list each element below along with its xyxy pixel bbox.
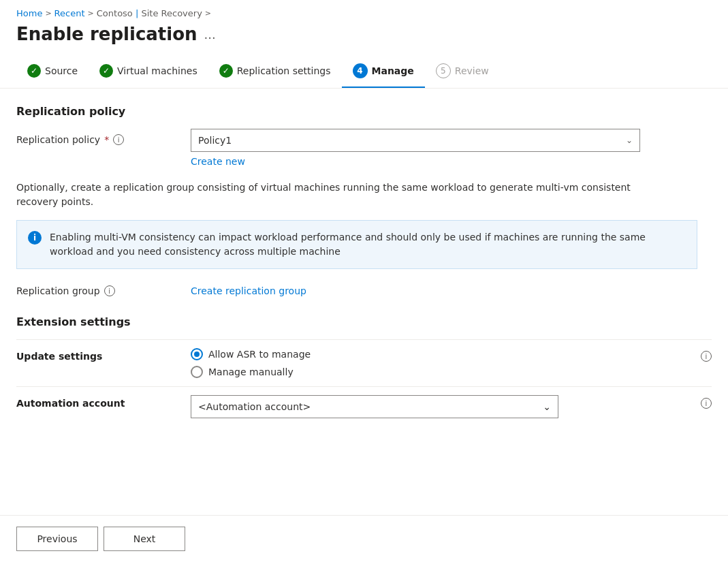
automation-account-chevron-icon: ⌄ bbox=[543, 401, 551, 412]
replication-group-label: Replication group i bbox=[16, 285, 180, 296]
step-manage[interactable]: 4 Manage bbox=[342, 55, 425, 88]
automation-account-row: Automation account <Automation account> … bbox=[16, 386, 712, 426]
replication-policy-dropdown[interactable]: Policy1 ⌄ bbox=[191, 129, 640, 152]
breadcrumb-sep2: > bbox=[88, 9, 94, 18]
breadcrumb-sep3: > bbox=[205, 9, 211, 18]
step-manage-label: Manage bbox=[372, 65, 414, 76]
page-title-row: Enable replication ... bbox=[0, 18, 728, 55]
page-title-menu[interactable]: ... bbox=[204, 27, 216, 42]
step-rep-label: Replication settings bbox=[237, 65, 331, 76]
step-vm-check-icon: ✓ bbox=[99, 64, 113, 78]
replication-group-info-icon[interactable]: i bbox=[104, 285, 115, 296]
previous-button[interactable]: Previous bbox=[16, 527, 98, 551]
radio-allow-asr-dot bbox=[194, 352, 200, 357]
step-review[interactable]: 5 Review bbox=[425, 55, 500, 88]
page-title: Enable replication bbox=[16, 24, 197, 44]
next-button[interactable]: Next bbox=[104, 527, 185, 551]
radio-allow-asr[interactable]: Allow ASR to manage bbox=[191, 348, 690, 360]
radio-manage-manually-label: Manage manually bbox=[208, 366, 294, 377]
step-source-label: Source bbox=[45, 65, 78, 76]
breadcrumb: Home > Recent > Contoso | Site Recovery … bbox=[0, 0, 728, 18]
automation-account-control: <Automation account> ⌄ bbox=[191, 395, 690, 418]
step-vm-label: Virtual machines bbox=[117, 65, 197, 76]
step-manage-number-icon: 4 bbox=[353, 63, 368, 78]
replication-policy-info-icon[interactable]: i bbox=[113, 134, 124, 145]
radio-manage-manually[interactable]: Manage manually bbox=[191, 366, 690, 378]
replication-policy-control: Policy1 ⌄ Create new bbox=[191, 129, 712, 167]
step-source[interactable]: ✓ Source bbox=[16, 56, 89, 87]
replication-policy-row: Replication policy * i Policy1 ⌄ Create … bbox=[16, 129, 712, 167]
radio-allow-asr-circle bbox=[191, 348, 203, 360]
step-virtual-machines[interactable]: ✓ Virtual machines bbox=[89, 56, 208, 87]
step-source-check-icon: ✓ bbox=[27, 64, 41, 78]
replication-policy-value: Policy1 bbox=[198, 135, 232, 146]
replication-policy-chevron-icon: ⌄ bbox=[626, 136, 633, 145]
radio-allow-asr-label: Allow ASR to manage bbox=[208, 349, 311, 360]
extension-settings-section-title: Extension settings bbox=[16, 315, 712, 328]
info-banner: i Enabling multi-VM consistency can impa… bbox=[16, 220, 697, 269]
step-replication-settings[interactable]: ✓ Replication settings bbox=[208, 56, 342, 87]
main-content: Replication policy Replication policy * … bbox=[0, 89, 728, 426]
update-settings-radio-group: Allow ASR to manage Manage manually bbox=[191, 348, 690, 378]
automation-account-dropdown[interactable]: <Automation account> ⌄ bbox=[191, 395, 558, 418]
automation-account-label: Automation account bbox=[16, 395, 180, 409]
create-replication-group-link[interactable]: Create replication group bbox=[191, 285, 306, 296]
step-review-number-icon: 5 bbox=[436, 63, 451, 78]
update-settings-control: Allow ASR to manage Manage manually bbox=[191, 348, 690, 378]
automation-account-info-icon[interactable]: i bbox=[701, 398, 712, 409]
update-settings-row: Update settings Allow ASR to manage Mana… bbox=[16, 339, 712, 386]
update-settings-label: Update settings bbox=[16, 348, 180, 362]
footer: Previous Next bbox=[0, 515, 728, 562]
info-banner-icon: i bbox=[28, 231, 42, 245]
breadcrumb-sep1: > bbox=[45, 9, 51, 18]
step-review-label: Review bbox=[455, 65, 489, 76]
step-rep-check-icon: ✓ bbox=[219, 64, 233, 78]
wizard-steps: ✓ Source ✓ Virtual machines ✓ Replicatio… bbox=[0, 55, 728, 89]
info-banner-text: Enabling multi-VM consistency can impact… bbox=[50, 230, 686, 259]
replication-group-row: Replication group i Create replication g… bbox=[16, 285, 712, 296]
replication-policy-label: Replication policy * i bbox=[16, 129, 180, 145]
radio-manage-manually-circle bbox=[191, 366, 203, 378]
description-text: Optionally, create a replication group c… bbox=[16, 181, 670, 209]
required-star: * bbox=[104, 134, 109, 145]
replication-policy-section-title: Replication policy bbox=[16, 105, 712, 118]
automation-account-placeholder: <Automation account> bbox=[198, 401, 311, 412]
breadcrumb-recent[interactable]: Recent bbox=[54, 8, 85, 18]
update-settings-info-icon[interactable]: i bbox=[701, 351, 712, 362]
create-new-link[interactable]: Create new bbox=[191, 156, 245, 167]
breadcrumb-contoso[interactable]: Contoso | Site Recovery bbox=[97, 8, 202, 18]
breadcrumb-home[interactable]: Home bbox=[16, 8, 42, 18]
